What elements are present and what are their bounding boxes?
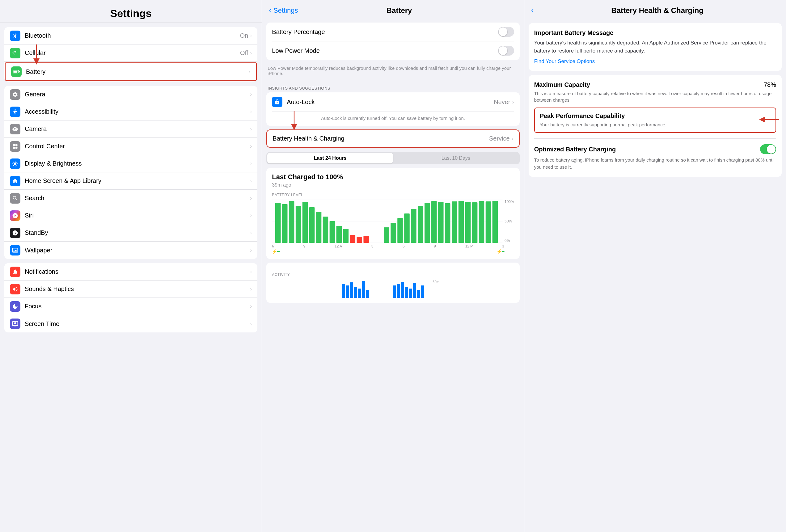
svg-rect-31 — [424, 203, 430, 243]
service-options-link[interactable]: Find Your Service Options — [534, 59, 776, 65]
general-row[interactable]: General › — [4, 86, 257, 103]
displaybrightness-row[interactable]: Display & Brightness › — [4, 155, 257, 172]
settings-header: Settings — [0, 0, 262, 23]
battery-percentage-toggle-knob — [499, 27, 507, 36]
capacity-label: Maximum Capacity — [534, 81, 590, 88]
bluetooth-label: Bluetooth — [25, 32, 240, 39]
standby-label: StandBy — [25, 229, 250, 236]
svg-rect-33 — [438, 202, 444, 243]
camera-label: Camera — [25, 125, 250, 133]
cellular-chevron: › — [250, 50, 252, 56]
settings-panel: Settings Bluetooth On › — [0, 0, 262, 532]
autolock-row[interactable]: Auto-Lock Never › — [272, 92, 514, 112]
svg-rect-43 — [346, 285, 349, 298]
cellular-row[interactable]: Cellular Off › — [4, 45, 257, 62]
svg-rect-47 — [362, 281, 365, 298]
svg-rect-6 — [13, 146, 15, 148]
controlcenter-row[interactable]: Control Center › — [4, 138, 257, 155]
search-row[interactable]: Search › — [4, 190, 257, 207]
svg-rect-23 — [357, 237, 363, 243]
accessibility-row[interactable]: Accessibility › — [4, 103, 257, 120]
wallpaper-row[interactable]: Wallpaper › — [4, 241, 257, 259]
accessibility-chevron: › — [250, 109, 252, 115]
screentime-chevron: › — [250, 321, 252, 327]
homescreen-label: Home Screen & App Library — [25, 177, 250, 184]
back-arrow-icon[interactable]: ‹ — [269, 5, 272, 15]
low-power-toggle[interactable] — [498, 46, 514, 55]
tab-last-10d[interactable]: Last 10 Days — [393, 153, 519, 163]
svg-rect-1 — [13, 71, 17, 73]
health-charging-chevron: › — [512, 135, 513, 142]
battery-panel: ‹ Settings Battery Battery Percentage Lo… — [262, 0, 524, 532]
optimized-toggle-knob — [767, 145, 776, 154]
sounds-chevron: › — [250, 286, 252, 292]
health-header: ‹ Battery Health & Charging — [524, 0, 786, 19]
important-title: Important Battery Message — [534, 29, 776, 37]
camera-row[interactable]: Camera › — [4, 120, 257, 138]
low-power-row[interactable]: Low Power Mode — [272, 41, 514, 60]
displaybrightness-label: Display & Brightness — [25, 160, 250, 167]
autolock-title: Auto-Lock — [287, 98, 494, 106]
sounds-row[interactable]: Sounds & Haptics › — [4, 280, 257, 298]
important-text: Your battery's health is significantly d… — [534, 39, 776, 55]
camera-chevron: › — [250, 126, 252, 132]
health-back-arrow-icon[interactable]: ‹ — [531, 5, 534, 15]
health-charging-row[interactable]: Battery Health & Charging Service › — [267, 130, 519, 147]
svg-rect-26 — [391, 223, 396, 243]
peak-performance-note: Your battery is currently supporting nor… — [540, 121, 770, 128]
svg-rect-50 — [397, 284, 400, 298]
autolock-value: Never — [494, 98, 510, 106]
svg-rect-38 — [472, 202, 478, 243]
svg-rect-27 — [398, 218, 403, 243]
tab-last-24h[interactable]: Last 24 Hours — [267, 153, 393, 163]
siri-icon — [10, 210, 20, 221]
battery-row[interactable]: Battery › — [5, 63, 256, 80]
screentime-row[interactable]: Screen Time › — [4, 315, 257, 332]
optimized-toggle[interactable] — [760, 144, 776, 154]
svg-rect-36 — [459, 201, 464, 243]
siri-row[interactable]: Siri › — [4, 207, 257, 224]
svg-rect-46 — [358, 288, 361, 298]
wallpaper-chevron: › — [250, 247, 252, 254]
notifications-row[interactable]: Notifications › — [4, 263, 257, 280]
controlcenter-label: Control Center — [25, 143, 250, 150]
bluetooth-icon — [10, 30, 20, 41]
search-chevron: › — [250, 195, 252, 202]
health-content: Important Battery Message Your battery's… — [524, 19, 786, 532]
homescreen-row[interactable]: Home Screen & App Library › — [4, 172, 257, 190]
svg-rect-37 — [465, 202, 471, 243]
svg-text:60m: 60m — [433, 280, 439, 284]
homescreen-icon — [10, 176, 20, 186]
svg-rect-45 — [354, 287, 357, 298]
back-label[interactable]: Settings — [273, 6, 298, 15]
settings-list: Bluetooth On › Cellular Off › — [0, 23, 262, 532]
wallpaper-icon — [10, 245, 20, 255]
capacity-row: Maximum Capacity 78% — [534, 81, 776, 88]
capacity-card: Maximum Capacity 78% This is a measure o… — [529, 75, 782, 177]
optimized-row: Optimized Battery Charging — [534, 138, 776, 154]
accessibility-label: Accessibility — [25, 108, 250, 115]
chart-0-label: 0% — [505, 238, 514, 243]
bluetooth-row[interactable]: Bluetooth On › — [4, 27, 257, 45]
settings-group-notifications: Notifications › Sounds & Haptics › — [0, 263, 262, 332]
battery-percentage-label: Battery Percentage — [272, 28, 498, 36]
activity-chart-svg: 60m — [272, 279, 514, 298]
charge-title: Last Charged to 100% — [272, 173, 514, 181]
battery-percentage-toggle[interactable] — [498, 27, 514, 37]
time-label-4: 3 — [371, 244, 373, 248]
battery-percentage-row[interactable]: Battery Percentage — [272, 23, 514, 41]
battery-chart-svg — [272, 200, 503, 243]
optimized-note: To reduce battery aging, iPhone learns f… — [534, 157, 776, 170]
general-label: General — [25, 91, 250, 98]
notifications-card: Notifications › Sounds & Haptics › — [4, 263, 257, 332]
siri-label: Siri — [25, 212, 250, 219]
focus-row[interactable]: Focus › — [4, 298, 257, 315]
insights-section-label: INSIGHTS AND SUGGESTIONS — [262, 80, 524, 92]
svg-rect-53 — [409, 288, 412, 298]
health-panel-title: Battery Health & Charging — [535, 6, 779, 15]
settings-group-connectivity: Bluetooth On › Cellular Off › — [0, 27, 262, 82]
cellular-value: Off — [240, 49, 248, 56]
insights-card: Auto-Lock Never › Auto-Lock is currently… — [266, 92, 519, 126]
standby-row[interactable]: StandBy › — [4, 224, 257, 241]
svg-rect-48 — [366, 290, 369, 298]
